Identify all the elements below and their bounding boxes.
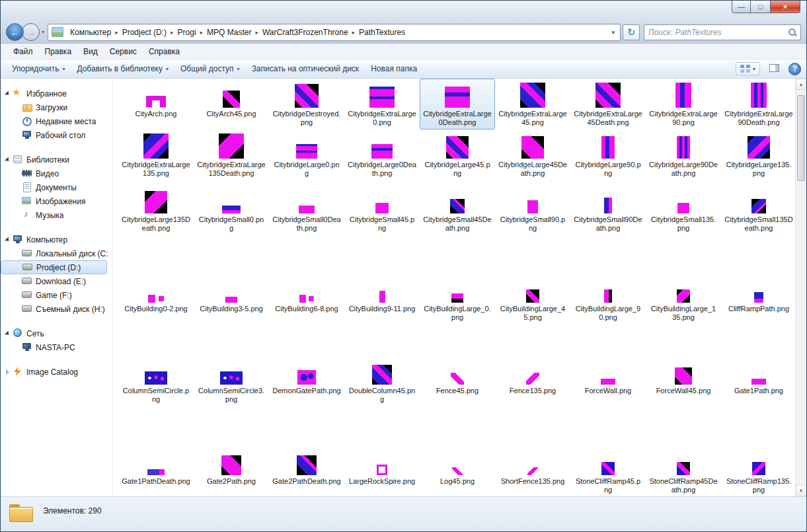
file-item[interactable]: CitybridgeLarge45Death.png bbox=[495, 130, 570, 180]
address-dropdown-chevron[interactable]: ▾ bbox=[606, 29, 620, 36]
file-item[interactable]: CityBuildingLarge_135.png bbox=[646, 280, 721, 324]
expanded-arrow-icon[interactable] bbox=[5, 91, 11, 96]
breadcrumb-segment[interactable]: PathTextures bbox=[356, 26, 408, 39]
file-item[interactable]: CityBuilding3-5.png bbox=[194, 280, 269, 324]
file-item[interactable]: CitybridgeSmall135Death.png bbox=[721, 184, 796, 235]
file-item[interactable]: CitybridgeExtraLarge0Death.png bbox=[420, 79, 495, 130]
file-item[interactable]: CityBuildingLarge_0.png bbox=[420, 280, 495, 324]
breadcrumb-segment[interactable]: Progi bbox=[174, 26, 200, 39]
file-item[interactable]: CitybridgeSmall135.png bbox=[646, 184, 721, 235]
file-item[interactable]: CitybridgeSmall0.png bbox=[194, 184, 269, 235]
file-item[interactable]: DemonGatePath.png bbox=[269, 362, 344, 406]
file-item[interactable]: StoneCliffRamp135.png bbox=[721, 453, 796, 496]
scroll-up-button[interactable]: ▲ bbox=[796, 79, 806, 90]
scroll-down-button[interactable]: ▼ bbox=[796, 485, 806, 496]
sidebar-item[interactable]: Изображения bbox=[1, 194, 112, 208]
file-item[interactable]: CitybridgeLarge0.png bbox=[269, 130, 344, 180]
file-item[interactable]: Fence45.png bbox=[420, 362, 495, 406]
sidebar-section[interactable]: Image Catalog bbox=[1, 365, 112, 379]
file-item[interactable]: ColumnSemiCircle3.png bbox=[194, 362, 269, 406]
search-input[interactable] bbox=[644, 25, 788, 40]
expanded-arrow-icon[interactable] bbox=[5, 157, 11, 163]
menu-item[interactable]: Вид bbox=[77, 45, 104, 58]
sidebar-item[interactable]: Недавние места bbox=[1, 114, 112, 128]
file-item[interactable]: CitybridgeExtraLarge135Death.png bbox=[194, 130, 269, 180]
close-button[interactable]: × bbox=[770, 1, 800, 13]
file-item[interactable]: ForceWall45.png bbox=[646, 362, 721, 406]
file-item[interactable]: Gate1Path.png bbox=[721, 362, 796, 406]
breadcrumb-segment[interactable]: Компьютер bbox=[67, 26, 114, 39]
maximize-button[interactable]: □ bbox=[751, 1, 770, 13]
menu-item[interactable]: Справка bbox=[143, 45, 186, 58]
file-item[interactable]: Fence135.png bbox=[495, 362, 570, 406]
file-item[interactable]: Log45.png bbox=[420, 453, 495, 496]
breadcrumb-segment[interactable]: MPQ Master bbox=[204, 26, 254, 39]
sidebar-item[interactable]: Рабочий стол bbox=[1, 128, 112, 142]
file-item[interactable]: CitybridgeSmall90.png bbox=[495, 184, 570, 235]
file-item[interactable]: Gate1PathDeath.png bbox=[118, 453, 194, 496]
file-item[interactable]: CityArch.png bbox=[118, 79, 194, 130]
file-item[interactable]: CityBuildingLarge_90.png bbox=[570, 280, 646, 324]
sidebar-item[interactable]: Документы bbox=[1, 180, 112, 194]
forward-button[interactable]: → bbox=[22, 23, 40, 41]
toolbar-button[interactable]: Добавить в библиотеку▾ bbox=[71, 61, 174, 76]
file-item[interactable]: ShortFence135.png bbox=[495, 453, 570, 496]
toolbar-button[interactable]: Записать на оптический диск bbox=[246, 61, 365, 76]
toolbar-button[interactable]: Новая папка bbox=[365, 61, 423, 76]
file-item[interactable]: CitybridgeExtraLarge135.png bbox=[118, 130, 194, 180]
file-item[interactable]: CitybridgeLarge135Death.png bbox=[118, 184, 194, 235]
file-item[interactable]: StoneCliffRamp45Death.png bbox=[646, 453, 721, 496]
menu-item[interactable]: Правка bbox=[39, 45, 78, 58]
sidebar-item[interactable]: Локальный диск (C: bbox=[1, 247, 112, 260]
collapsed-arrow-icon[interactable] bbox=[6, 369, 9, 375]
scrollbar-thumb[interactable] bbox=[797, 95, 805, 181]
sidebar-section[interactable]: Сеть bbox=[1, 326, 112, 340]
sidebar-item[interactable]: NASTA-PC bbox=[1, 340, 112, 354]
file-item[interactable]: CitybridgeLarge90.png bbox=[570, 130, 646, 180]
file-item[interactable]: CitybridgeSmall45.png bbox=[344, 184, 420, 235]
help-button[interactable]: ? bbox=[788, 63, 801, 75]
file-item[interactable]: CitybridgeExtraLarge90.png bbox=[646, 79, 721, 130]
file-item[interactable]: CitybridgeLarge45.png bbox=[420, 130, 495, 180]
address-bar[interactable]: Компьютер▸Prodject (D:)▸Progi▸MPQ Master… bbox=[48, 24, 621, 41]
file-item[interactable]: ColumnSemiCircle.png bbox=[118, 362, 194, 406]
file-item[interactable]: ForceWall.png bbox=[570, 362, 646, 406]
recent-pages-chevron[interactable]: ▾ bbox=[40, 29, 48, 35]
sidebar-item[interactable]: Prodject (D:) bbox=[1, 260, 107, 274]
sidebar-section[interactable]: Библиотеки bbox=[1, 153, 112, 167]
file-item[interactable]: CitybridgeExtraLarge90Death.png bbox=[721, 79, 796, 130]
menu-item[interactable]: Сервис bbox=[104, 45, 143, 58]
file-item[interactable]: CityBuildingLarge_45.png bbox=[495, 280, 570, 324]
file-item[interactable]: CitybridgeLarge90Death.png bbox=[646, 130, 721, 180]
file-item[interactable]: CityBuilding9-11.png bbox=[344, 280, 420, 324]
title-bar[interactable]: — □ × bbox=[1, 1, 806, 22]
file-item[interactable]: CliffRampPath.png bbox=[721, 280, 796, 324]
sidebar-item[interactable]: Видео bbox=[1, 167, 112, 180]
file-item[interactable]: CitybridgeLarge0Death.png bbox=[344, 130, 420, 180]
file-item[interactable]: Gate2PathDeath.png bbox=[269, 453, 344, 496]
file-item[interactable]: CityBuilding0-2.png bbox=[118, 280, 194, 324]
file-item[interactable]: CityArch45.png bbox=[194, 79, 269, 130]
sidebar-item[interactable]: Download (E:) bbox=[1, 274, 112, 288]
file-item[interactable]: CitybridgeSmall45Death.png bbox=[420, 184, 495, 235]
file-item[interactable]: StoneCliffRamp45.png bbox=[570, 453, 646, 496]
file-item[interactable]: CitybridgeExtraLarge45Death.png bbox=[570, 79, 646, 130]
file-item[interactable]: Gate2Path.png bbox=[194, 453, 269, 496]
file-item[interactable]: CityBuilding6-8.png bbox=[269, 280, 344, 324]
sidebar-section[interactable]: Избранное bbox=[1, 87, 112, 100]
expanded-arrow-icon[interactable] bbox=[5, 237, 11, 243]
file-item[interactable]: CitybridgeSmall90Death.png bbox=[570, 184, 646, 235]
toolbar-button[interactable]: Упорядочить▾ bbox=[6, 61, 71, 76]
refresh-button[interactable]: ↻ bbox=[623, 24, 640, 40]
file-item[interactable]: DoubleColumn45.png bbox=[344, 362, 420, 406]
file-item[interactable]: LargeRockSpire.png bbox=[344, 453, 420, 496]
toolbar-button[interactable]: Общий доступ▾ bbox=[174, 61, 246, 76]
file-item[interactable]: CitybridgeDestroyed.png bbox=[269, 79, 344, 130]
file-item[interactable]: CitybridgeSmall0Death.png bbox=[269, 184, 344, 235]
file-item[interactable]: CitybridgeExtraLarge0.png bbox=[344, 79, 420, 130]
minimize-button[interactable]: — bbox=[732, 1, 751, 13]
sidebar-item[interactable]: Game (F:) bbox=[1, 288, 112, 302]
sidebar-item[interactable]: Съемный диск (H:) bbox=[1, 302, 112, 316]
sidebar-item[interactable]: Загрузки bbox=[1, 100, 112, 114]
breadcrumb-segment[interactable]: WarCraft3FrozenThrone bbox=[259, 26, 352, 39]
